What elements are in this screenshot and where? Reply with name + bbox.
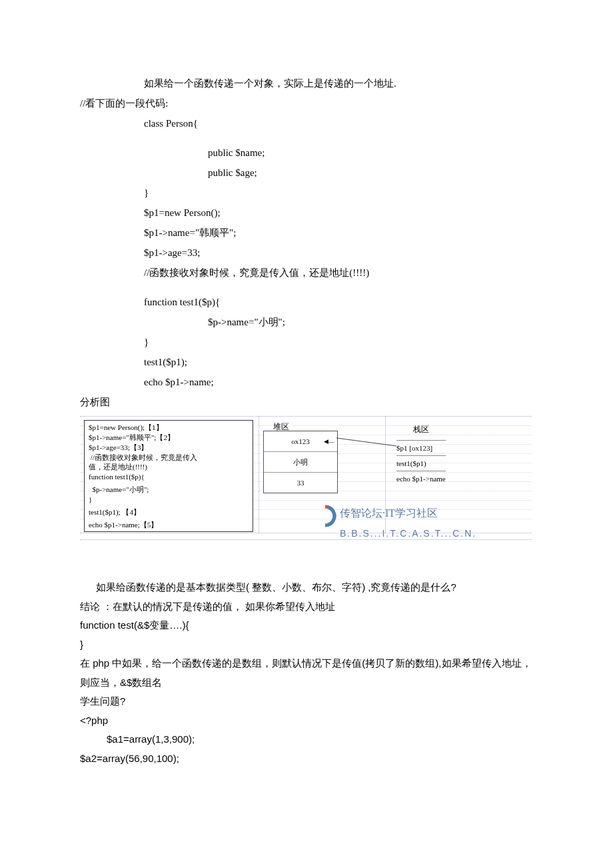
spacer <box>80 551 533 578</box>
code-line: } <box>144 332 533 352</box>
stack-line: echo $p1->name <box>396 471 446 486</box>
code-line: function test(&$变量….){ <box>80 616 533 635</box>
stack-line: test1($p1) <box>396 455 446 471</box>
code-line: //函数接收对象时候，究竟是传入值，还是地址(!!!!) <box>144 263 533 283</box>
stack-area-label: 栈区 <box>413 421 429 437</box>
code-line: $p1=new Person(); <box>144 203 533 223</box>
code-line: public $age; <box>208 163 533 183</box>
code-line: } <box>80 635 533 655</box>
code-line: <?php <box>80 711 533 731</box>
analysis-diagram-label: 分析图 <box>80 392 533 412</box>
code-line: $p1->age=33; <box>144 243 533 263</box>
code-line: $p1->name="韩顺平"; <box>144 223 533 243</box>
svg-point-1 <box>322 513 328 519</box>
svg-line-0 <box>336 438 396 446</box>
analysis-diagram: $p1=new Person();【1】 $p1->name="韩顺平";【2】… <box>80 416 533 539</box>
document-page: 如果给一个函数传递一个对象，实际上是传递的一个地址. //看下面的一段代码: c… <box>0 0 613 808</box>
heap-value: 33 <box>264 473 337 493</box>
watermark-text: 传智论坛·IT学习社区 B.B.S...I.T.C.A.S.T...C.N. <box>340 503 476 543</box>
diagram-code-box: $p1=new Person();【1】 $p1->name="韩顺平";【2】… <box>84 420 253 532</box>
diagram-code-line: } <box>89 495 249 505</box>
code-comment-header: //看下面的一段代码: <box>80 93 533 113</box>
diagram-code-line: 值，还是地址(!!!!) <box>89 462 249 472</box>
code-line: public $name; <box>208 143 533 163</box>
watermark-logo-icon <box>313 504 337 528</box>
code-line: $a2=array(56,90,100); <box>80 749 533 769</box>
diagram-code-line: $p1=new Person();【1】 <box>89 423 249 433</box>
code-line: } <box>144 183 533 203</box>
code-line: function test1($p){ <box>144 292 533 312</box>
diagram-code-line: $p1->name="韩顺平";【2】 <box>89 433 249 443</box>
paragraph: 结论 ：在默认的情况下是传递的值， 如果你希望传入地址 <box>80 597 533 617</box>
intro-line: 如果给一个函数传递一个对象，实际上是传递的一个地址. <box>144 73 533 93</box>
paragraph: 在 php 中如果，给一个函数传递的是数组，则默认情况下是传值(拷贝了新的数组)… <box>80 654 533 692</box>
paragraph: 学生问题? <box>80 692 533 711</box>
code-line: $a1=array(1,3,900); <box>80 730 533 749</box>
heap-address: ox123 ◀— <box>264 431 337 452</box>
paragraph: 如果给函数传递的是基本数据类型( 整数、小数、布尔、字符) ,究竟传递的是什么? <box>80 578 533 597</box>
watermark-main: 传智论坛·IT学习社区 <box>340 503 476 524</box>
arrow-icon: ◀— <box>324 435 334 447</box>
diagram-code-line: function test1($p){ <box>89 472 249 482</box>
spacer <box>80 283 533 292</box>
diagram-code-line: test1($p1); 【4】 <box>89 507 249 517</box>
code-line: echo $p1->name; <box>144 372 533 392</box>
diagram-code-line: $p->name="小明"; <box>89 485 249 495</box>
code-line: test1($p1); <box>144 352 533 372</box>
spacer <box>80 133 533 143</box>
diagram-code-line: //函数接收对象时候，究竟是传入 <box>89 453 249 463</box>
diagram-code-line: $p1->age=33;【3】 <box>89 443 249 453</box>
watermark-sub: B.B.S...I.T.C.A.S.T...C.N. <box>340 524 476 543</box>
stack-line: $p1 [ox123] <box>396 440 446 455</box>
heap-value: 小明 <box>264 452 337 473</box>
heap-box: ox123 ◀— 小明 33 <box>263 431 338 493</box>
code-line: $p->name="小明"; <box>208 312 533 332</box>
code-line: class Person{ <box>144 113 533 133</box>
diagram-code-line: echo $p1->name;【5】 <box>89 520 249 530</box>
stack-box: $p1 [ox123] test1($p1) echo $p1->name <box>396 440 446 486</box>
